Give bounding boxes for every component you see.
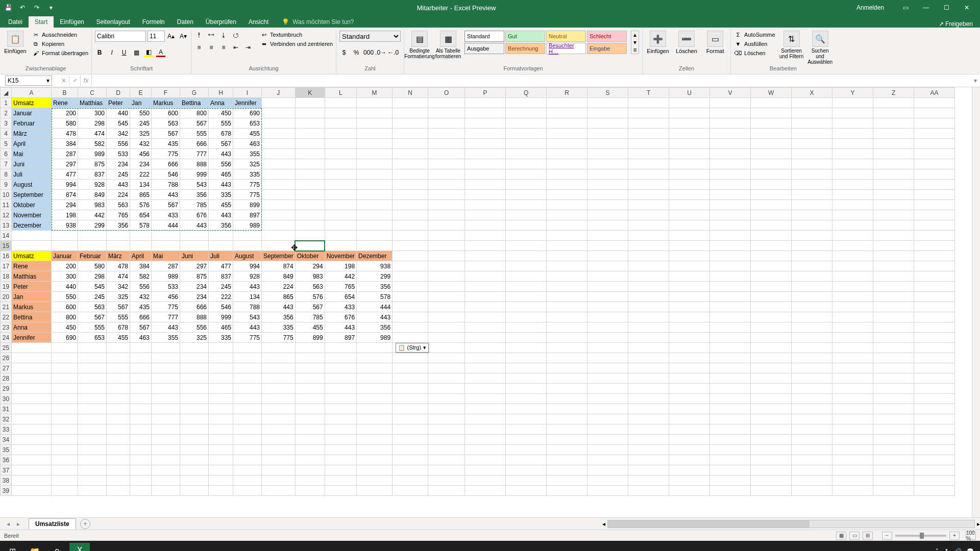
merge-button[interactable]: ⬌Verbinden und zentrieren [260,40,333,48]
cell-H32[interactable] [209,414,233,424]
row-header-3[interactable]: 3 [1,118,12,129]
cell-U28[interactable] [669,373,710,384]
cell-V13[interactable] [710,220,751,231]
cell-M26[interactable] [357,353,393,363]
cell-L9[interactable] [325,180,356,190]
cell-J18[interactable]: 849 [262,271,296,282]
cell-O21[interactable] [428,302,465,312]
cell-E39[interactable] [130,486,152,496]
cell-E22[interactable]: 666 [130,312,152,322]
cell-F26[interactable] [152,353,180,363]
cell-K33[interactable] [295,424,325,435]
row-header-22[interactable]: 22 [1,312,12,322]
cell-W7[interactable] [751,159,792,169]
number-format-select[interactable]: Standard [339,31,401,42]
cell-X35[interactable] [792,445,832,455]
cell-AA6[interactable] [914,149,955,159]
cell-P34[interactable] [465,435,506,445]
view-pagebreak-icon[interactable]: ⊞ [863,532,873,540]
cell-K3[interactable] [295,118,325,129]
cell-Q14[interactable] [506,231,547,241]
cell-Y17[interactable] [832,261,873,271]
cell-N7[interactable] [393,159,428,169]
cell-S22[interactable] [587,312,628,322]
cell-AA27[interactable] [914,363,955,373]
cell-U32[interactable] [669,414,710,424]
row-header-29[interactable]: 29 [1,384,12,394]
cell-M33[interactable] [357,424,393,435]
cell-E7[interactable]: 234 [130,159,152,169]
cell-T13[interactable] [628,220,669,231]
font-size-select[interactable] [148,31,165,42]
cell-U5[interactable] [669,139,710,149]
cell-F13[interactable]: 444 [152,220,180,231]
cell-U25[interactable] [669,343,710,353]
cell-P23[interactable] [465,322,506,333]
cell-S29[interactable] [587,384,628,394]
cell-G9[interactable]: 543 [180,180,209,190]
cell-X13[interactable] [792,220,832,231]
cell-P28[interactable] [465,373,506,384]
align-bottom-icon[interactable]: ⭳ [219,31,228,40]
cell-F34[interactable] [152,435,180,445]
cell-Z37[interactable] [873,465,914,475]
cell-X3[interactable] [792,118,832,129]
cell-B19[interactable]: 440 [52,282,78,292]
tab-file[interactable]: Datei [2,16,29,28]
cell-T22[interactable] [628,312,669,322]
cell-C2[interactable]: 300 [78,108,107,118]
cell-I15[interactable] [233,241,262,251]
cell-Y14[interactable] [832,231,873,241]
cell-O19[interactable] [428,282,465,292]
cell-E32[interactable] [130,414,152,424]
cell-V5[interactable] [710,139,751,149]
cell-X19[interactable] [792,282,832,292]
cell-Z33[interactable] [873,424,914,435]
cell-M34[interactable] [357,435,393,445]
cell-S15[interactable] [587,241,628,251]
cell-F1[interactable]: Markus [152,98,180,108]
cell-C18[interactable]: 298 [78,271,107,282]
cell-E1[interactable]: Jan [130,98,152,108]
cell-W1[interactable] [751,98,792,108]
dec-decimal-icon[interactable]: ←.0 [388,48,398,57]
cell-D8[interactable]: 245 [107,169,130,180]
cell-Y1[interactable] [832,98,873,108]
cell-C31[interactable] [78,404,107,414]
cell-Z10[interactable] [873,190,914,200]
cell-V19[interactable] [710,282,751,292]
cell-C34[interactable] [78,435,107,445]
cell-Y31[interactable] [832,404,873,414]
cell-J20[interactable]: 865 [262,292,296,302]
cell-G30[interactable] [180,394,209,404]
cell-B23[interactable]: 450 [52,322,78,333]
cell-I28[interactable] [233,373,262,384]
cell-T37[interactable] [628,465,669,475]
cell-H11[interactable]: 455 [209,200,233,210]
cell-Y15[interactable] [832,241,873,251]
cell-E24[interactable]: 463 [130,333,152,343]
cell-E31[interactable] [130,404,152,414]
cell-R10[interactable] [547,190,587,200]
cell-E15[interactable] [130,241,152,251]
cell-X27[interactable] [792,363,832,373]
col-header-Y[interactable]: Y [832,88,873,98]
cell-M19[interactable]: 356 [357,282,393,292]
cell-M18[interactable]: 299 [357,271,393,282]
cell-AA9[interactable] [914,180,955,190]
cell-AA19[interactable] [914,282,955,292]
cell-C20[interactable]: 245 [78,292,107,302]
cell-L36[interactable] [325,455,356,465]
cell-L32[interactable] [325,414,356,424]
cell-F28[interactable] [152,373,180,384]
cell-F15[interactable] [152,241,180,251]
cell-J37[interactable] [262,465,296,475]
cell-R9[interactable] [547,180,587,190]
cell-S34[interactable] [587,435,628,445]
cell-D4[interactable]: 342 [107,129,130,139]
cell-X4[interactable] [792,129,832,139]
cell-G38[interactable] [180,475,209,486]
cell-Q39[interactable] [506,486,547,496]
cell-H21[interactable]: 546 [209,302,233,312]
cell-I33[interactable] [233,424,262,435]
